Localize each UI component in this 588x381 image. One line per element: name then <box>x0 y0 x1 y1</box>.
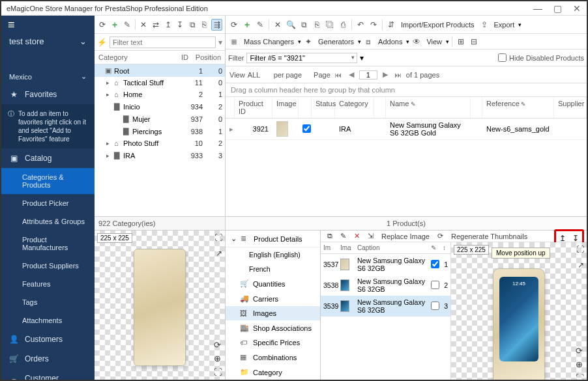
lang-french[interactable]: French <box>226 262 320 276</box>
window-maximize-icon[interactable]: ▢ <box>553 3 562 14</box>
expand-icon[interactable]: ▸ <box>106 91 114 98</box>
lang-english[interactable]: English (English) <box>226 247 320 262</box>
window-close-icon[interactable]: ✕ <box>572 3 581 14</box>
col-im[interactable]: Im <box>321 242 338 253</box>
export-icon[interactable]: ⎘ <box>199 19 210 31</box>
sidebar-item-product-suppliers[interactable]: Product Suppliers <box>1 257 95 275</box>
cover-checkbox[interactable] <box>431 260 439 268</box>
prev-page-icon[interactable]: ◀ <box>346 70 357 79</box>
image-row[interactable]: 3539 New Samsung Galaxy S6 32GB 3 <box>321 296 450 317</box>
column-header[interactable]: Product ID <box>235 97 272 118</box>
cover-checkbox[interactable] <box>431 281 439 289</box>
sidebar-item-product-manufacturers[interactable]: Product Manufacturers <box>1 231 95 257</box>
apply-filter-icon[interactable]: ▾ <box>360 53 364 63</box>
refresh-icon[interactable]: ⟳ <box>228 19 240 31</box>
sidebar-item-favorites[interactable]: ★ Favorites <box>1 85 95 104</box>
expand-icon[interactable]: ⛶ <box>214 233 222 242</box>
add-icon[interactable]: + <box>110 19 121 31</box>
column-category[interactable]: Category <box>98 53 169 61</box>
expand-icon[interactable]: ▸ <box>106 152 114 159</box>
sidebar-item-tags[interactable]: Tags <box>1 293 95 311</box>
cover-checkbox[interactable] <box>431 302 439 310</box>
add-icon[interactable]: + <box>241 19 253 31</box>
tab-shop-associations[interactable]: 🏬Shop Associations <box>226 320 320 335</box>
addons-button[interactable]: Addons <box>375 38 405 46</box>
swap-icon[interactable]: ⇄ <box>151 19 162 31</box>
zoom-icon[interactable]: ⊕ <box>576 360 584 369</box>
image-row[interactable]: 3538 New Samsung Galaxy S6 32GB 2 <box>321 275 450 296</box>
settings-icon[interactable]: ⊟ <box>468 36 480 48</box>
group-hint[interactable]: Drag a column header here to group by th… <box>226 83 587 97</box>
region-selector[interactable]: Mexico ⌄ <box>1 68 95 85</box>
duplicate-icon[interactable]: ⿻ <box>324 19 336 31</box>
filter-toggle-icon[interactable]: ⇶ <box>211 19 222 31</box>
hide-disabled-checkbox[interactable] <box>498 53 507 62</box>
edit-icon[interactable]: ✎ <box>254 19 266 31</box>
category-filter-input[interactable] <box>110 36 216 48</box>
chevron-down-icon[interactable]: ▾ <box>218 38 222 47</box>
page-input[interactable] <box>359 70 377 79</box>
tab-quantities[interactable]: 🛒Quantities <box>226 276 320 291</box>
regenerate-button[interactable]: Regenerate Thumbnails <box>448 231 530 242</box>
expand-icon[interactable]: ▸ <box>106 79 114 86</box>
filter-select[interactable]: Filter #5 = "3921" <box>246 53 357 63</box>
copy-icon[interactable]: ⧉ <box>325 231 335 242</box>
col-num[interactable]: ↕ <box>440 242 450 253</box>
sidebar-item-customers[interactable]: 👤Customers <box>1 330 95 349</box>
column-header[interactable]: Supplier <box>554 97 587 118</box>
sidebar-item-orders[interactable]: 🛒Orders <box>1 349 95 369</box>
page-size-select[interactable]: ALL <box>248 71 271 79</box>
expand-icon[interactable]: ▸ <box>106 140 114 147</box>
category-row[interactable]: ▸ ⌂ Photo Stuff 10 2 <box>95 137 225 149</box>
tab-images[interactable]: 🖼Images <box>226 306 320 320</box>
fit-icon[interactable]: ⛶ <box>214 367 222 377</box>
column-header[interactable]: Reference ✎ <box>482 97 554 118</box>
search-icon[interactable]: 🔍 <box>285 19 297 31</box>
edit-icon[interactable]: ✎ <box>121 19 132 31</box>
column-position[interactable]: Position <box>188 53 221 61</box>
col-caption[interactable]: Caption <box>355 242 428 253</box>
sidebar-item-features[interactable]: Features <box>1 275 95 293</box>
store-selector[interactable]: test store ⌄ <box>1 31 95 51</box>
copy-icon[interactable]: ⧉ <box>187 19 198 31</box>
edit-icon[interactable]: ✎ <box>338 231 349 242</box>
move-position-up-button[interactable]: ↥ <box>559 234 566 243</box>
col-ima[interactable]: Ima <box>338 242 355 253</box>
tab-category[interactable]: 📁Category <box>226 365 320 380</box>
paste-icon[interactable]: ⎙ <box>337 19 349 31</box>
sidebar-item-catalog[interactable]: ▣ Catalog <box>1 148 95 168</box>
popup-icon[interactable]: ↗ <box>216 249 222 258</box>
column-header[interactable]: Name ✎ <box>386 97 471 118</box>
undo-icon[interactable]: ↶ <box>355 19 366 31</box>
reload-icon[interactable]: ⟳ <box>214 340 222 350</box>
next-page-icon[interactable]: ▶ <box>380 70 390 79</box>
view-button[interactable]: View <box>424 38 445 46</box>
delete-icon[interactable]: ✕ <box>272 19 284 31</box>
last-page-icon[interactable]: ⏭ <box>393 71 404 79</box>
category-row[interactable]: ▣ Root 1 0 <box>95 64 225 77</box>
category-row[interactable]: ▇ Mujer 937 0 <box>95 113 225 125</box>
sidebar-item-attributes-groups[interactable]: Attributes & Groups <box>1 212 95 231</box>
menu-icon[interactable]: ≡ <box>1 16 95 31</box>
col-edit[interactable]: ✎ <box>428 242 440 253</box>
category-row[interactable]: ▸ ⌂ Home 2 1 <box>95 89 225 100</box>
export-button[interactable]: Export <box>492 21 518 29</box>
product-row[interactable]: ▸ 3921 IRA New Samsung Galaxy S6 32GB Go… <box>226 119 587 140</box>
move-down-icon[interactable]: ↧ <box>175 19 186 31</box>
move-position-down-button[interactable]: ↧ <box>572 234 579 243</box>
generators-button[interactable]: Generators <box>316 38 357 46</box>
image-row[interactable]: 3537 New Samsung Galaxy S6 32GB 1 <box>321 254 450 275</box>
tab-carriers[interactable]: 🚚Carriers <box>226 291 320 306</box>
column-header[interactable] <box>299 97 312 118</box>
columns-icon[interactable]: ⊞ <box>455 36 467 48</box>
redo-icon[interactable]: ↷ <box>368 19 379 31</box>
delete-icon[interactable]: ✕ <box>138 19 149 31</box>
tab-combinations[interactable]: ▦Combinations <box>226 350 320 365</box>
zoom-icon[interactable]: ⊕ <box>214 354 222 363</box>
replace-image-button[interactable]: Replace Image <box>379 231 432 242</box>
import-export-button[interactable]: Import/Export Products <box>398 21 477 29</box>
category-row[interactable]: ▇ Piercings 938 1 <box>95 125 225 137</box>
column-header[interactable] <box>471 97 482 118</box>
column-id[interactable]: ID <box>169 53 188 61</box>
first-page-icon[interactable]: ⏮ <box>333 71 344 79</box>
